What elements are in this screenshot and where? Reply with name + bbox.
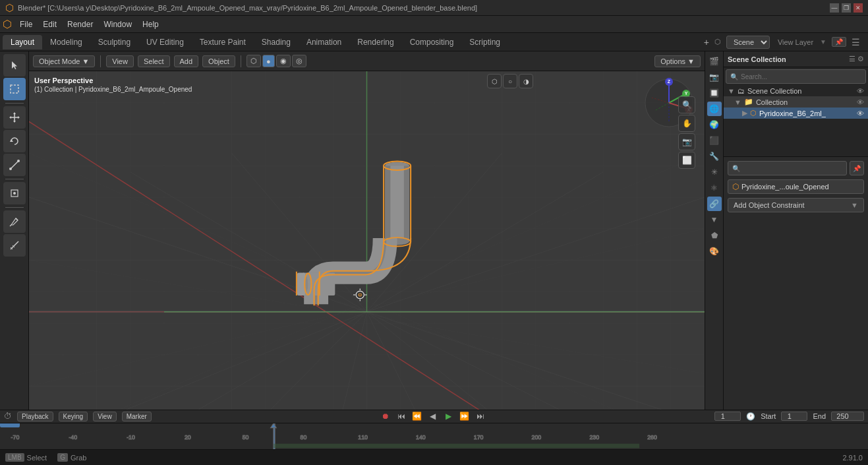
playback-button[interactable]: Playback xyxy=(17,412,53,421)
orthographic-button[interactable]: ⬜ xyxy=(678,152,695,169)
viewport[interactable]: Object Mode ▼ View Select Add Object ⬡ ●… xyxy=(29,51,705,449)
rotate-tool-button[interactable] xyxy=(3,130,26,152)
xray-toggle[interactable]: ◑ xyxy=(519,74,533,88)
constraints-button[interactable]: 🔗 xyxy=(707,197,722,211)
view-button[interactable]: View xyxy=(93,412,117,421)
annotate-tool-button[interactable] xyxy=(3,210,26,233)
vt-sep-1 xyxy=(100,55,101,67)
end-frame-input[interactable] xyxy=(831,412,864,421)
outliner-filter-button[interactable]: ☰ xyxy=(849,55,855,63)
menu-help[interactable]: Help xyxy=(137,18,164,30)
texture-properties-button[interactable]: 🎨 xyxy=(707,244,722,259)
tab-animation[interactable]: Animation xyxy=(299,35,349,49)
pan-button[interactable]: ✋ xyxy=(678,115,695,132)
move-tool-button[interactable] xyxy=(3,106,26,129)
jump-end-button[interactable]: ⏭ xyxy=(474,410,487,422)
play-button[interactable]: ▶ xyxy=(442,410,455,422)
pin-object-button[interactable]: 📌 xyxy=(850,161,864,175)
object-visibility-icon[interactable]: 👁 xyxy=(857,109,864,117)
material-properties-button[interactable]: ⬟ xyxy=(707,228,722,243)
options-button[interactable]: Options ▼ xyxy=(654,55,701,67)
select-box-button[interactable] xyxy=(3,78,26,100)
current-frame-input[interactable] xyxy=(714,412,741,421)
wireframe-button[interactable]: ⬡ xyxy=(246,55,261,67)
record-button[interactable]: ⏺ xyxy=(379,410,392,422)
tab-compositing[interactable]: Compositing xyxy=(402,35,462,49)
tab-sculpting[interactable]: Sculpting xyxy=(90,35,138,49)
view-layer-pin-button[interactable]: 📌 xyxy=(832,37,846,47)
start-frame-input[interactable] xyxy=(781,412,807,421)
timeline-body[interactable]: -70 -40 -10 20 50 80 110 140 170 200 230… xyxy=(0,423,868,450)
particles-button[interactable]: ✳ xyxy=(707,165,722,179)
svg-marker-5 xyxy=(9,116,11,119)
scene-collection-visibility-icon[interactable]: 👁 xyxy=(857,87,864,95)
camera-view-button[interactable]: 📷 xyxy=(678,133,695,150)
properties-icon-sidebar: 🎬 📷 🔲 🌐 🌍 ⬛ 🔧 ✳ ⚛ 🔗 ▼ ⬟ 🎨 xyxy=(705,51,723,449)
scale-tool-button[interactable] xyxy=(3,154,26,176)
add-menu-button[interactable]: Add xyxy=(174,55,199,67)
tab-modeling[interactable]: Modeling xyxy=(42,35,90,49)
engine-icon: ⬡ xyxy=(714,38,721,46)
object-mode-button[interactable]: Object Mode ▼ xyxy=(33,55,95,67)
object-data-button[interactable]: ▼ xyxy=(707,212,722,227)
world-properties-button[interactable]: 🌍 xyxy=(707,117,722,132)
collection-item[interactable]: ▼ 📁 Collection 👁 xyxy=(724,96,868,108)
step-back-button[interactable]: ⏪ xyxy=(411,410,424,422)
jump-start-button[interactable]: ⏮ xyxy=(395,410,408,422)
scene-select[interactable]: Scene xyxy=(726,36,770,49)
menu-file[interactable]: File xyxy=(14,18,38,30)
object-menu-button[interactable]: Object xyxy=(202,55,235,67)
viewport-canvas[interactable]: User Perspective (1) Collection | Pyrido… xyxy=(29,71,705,449)
tab-texture-paint[interactable]: Texture Paint xyxy=(192,35,254,49)
output-properties-button[interactable]: 📷 xyxy=(707,70,722,84)
transform-tool-button[interactable] xyxy=(3,182,26,204)
view-menu-button[interactable]: View xyxy=(106,55,134,67)
menu-edit[interactable]: Edit xyxy=(38,18,62,30)
maximize-button[interactable]: ❐ xyxy=(842,3,851,13)
outliner-settings-button[interactable]: ⚙ xyxy=(857,55,864,63)
viewport-overlay-options[interactable]: ○ xyxy=(503,74,517,88)
object-name-field[interactable]: ⬡ Pyridoxine_...oule_Opened xyxy=(728,179,864,194)
properties-search-input[interactable] xyxy=(743,165,842,172)
object-properties-button[interactable]: ⬛ xyxy=(707,133,722,148)
keying-button[interactable]: Keying xyxy=(59,412,88,421)
viewport-options: Options ▼ xyxy=(654,55,701,67)
add-constraint-button[interactable]: Add Object Constraint ▼ xyxy=(728,198,864,212)
physics-button[interactable]: ⚛ xyxy=(707,181,722,195)
select-menu-button[interactable]: Select xyxy=(138,55,170,67)
navigation-gizmo[interactable]: Z Y X 🔍 ✋ 📷 xyxy=(643,77,695,129)
material-preview-button[interactable]: ◉ xyxy=(276,55,291,67)
close-button[interactable]: ✕ xyxy=(854,3,863,13)
tab-uv-editing[interactable]: UV Editing xyxy=(138,35,192,49)
view-layer-properties-button[interactable]: 🔲 xyxy=(707,86,722,100)
solid-button[interactable]: ● xyxy=(262,55,275,67)
render-properties-button[interactable]: 🎬 xyxy=(707,54,722,69)
minimize-button[interactable]: — xyxy=(830,3,839,13)
toolbar-separator-2 xyxy=(5,179,24,179)
properties-search[interactable]: 🔍 xyxy=(728,161,847,175)
measure-tool-button[interactable] xyxy=(3,234,26,257)
viewport-shading-options[interactable]: ⬡ xyxy=(487,74,502,88)
add-workspace-button[interactable]: + xyxy=(704,37,709,47)
scene-collection-item[interactable]: ▼ 🗂 Scene Collection 👁 xyxy=(724,86,868,96)
modifier-properties-button[interactable]: 🔧 xyxy=(707,149,722,164)
tab-rendering[interactable]: Rendering xyxy=(349,35,401,49)
outliner-search-input[interactable] xyxy=(741,73,861,80)
zoom-in-button[interactable]: 🔍 xyxy=(678,96,695,113)
tab-shading[interactable]: Shading xyxy=(254,35,299,49)
tab-layout[interactable]: Layout xyxy=(3,35,42,49)
rendered-button[interactable]: ◎ xyxy=(292,55,306,67)
scene-properties-button[interactable]: 🌐 xyxy=(707,102,722,116)
play-reverse-button[interactable]: ◀ xyxy=(426,410,440,422)
search-icon: 🔍 xyxy=(730,73,738,80)
collection-visibility-icon[interactable]: 👁 xyxy=(857,98,864,106)
step-forward-button[interactable]: ⏩ xyxy=(458,410,471,422)
cursor-tool-button[interactable] xyxy=(3,54,26,77)
menu-render[interactable]: Render xyxy=(62,18,98,30)
tab-scripting[interactable]: Scripting xyxy=(461,35,508,49)
outliner-search[interactable]: 🔍 xyxy=(726,69,866,84)
object-item[interactable]: ▶ ⬡ Pyridoxine_B6_2ml_ 👁 xyxy=(724,108,868,119)
menu-window[interactable]: Window xyxy=(98,18,137,30)
marker-button[interactable]: Marker xyxy=(122,412,152,421)
end-label: End xyxy=(813,412,826,420)
